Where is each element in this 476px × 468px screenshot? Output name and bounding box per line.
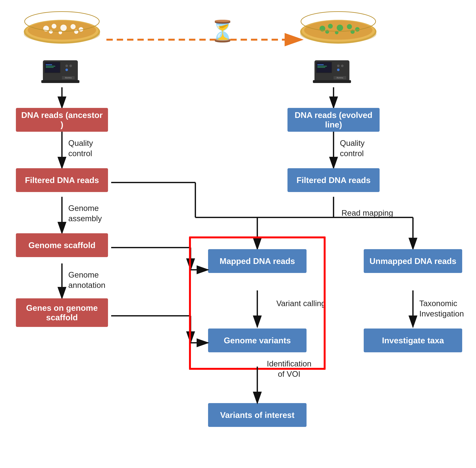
box-genome-variants: Genome variants — [208, 328, 307, 352]
svg-rect-67 — [317, 67, 325, 68]
box-filtered-ancestor: Filtered DNA reads — [16, 168, 108, 192]
petri-evolved — [297, 10, 380, 44]
svg-point-57 — [69, 65, 72, 67]
box-investigate-taxa: Investigate taxa — [364, 328, 462, 352]
svg-point-56 — [65, 65, 68, 67]
svg-rect-61 — [41, 80, 79, 83]
sequencer-left: Illumina — [40, 56, 84, 85]
box-variants-of-interest: Variants of interest — [208, 403, 307, 427]
svg-rect-55 — [46, 67, 54, 68]
label-quality-control-right: Quality control — [340, 138, 365, 159]
svg-rect-65 — [317, 64, 324, 65]
svg-point-70 — [337, 69, 339, 71]
svg-point-30 — [60, 25, 67, 31]
svg-point-29 — [52, 24, 56, 29]
diagram-container: ⏳ Illumina — [0, 0, 476, 468]
svg-point-68 — [337, 65, 339, 67]
label-genome-annotation: Genome annotation — [68, 270, 106, 291]
svg-point-33 — [49, 30, 53, 34]
svg-point-31 — [71, 24, 76, 29]
svg-rect-66 — [317, 66, 327, 67]
box-dna-evolved: DNA reads (evolved line) — [288, 108, 380, 132]
svg-point-43 — [337, 25, 343, 31]
svg-rect-73 — [313, 80, 351, 83]
svg-rect-54 — [46, 66, 55, 67]
label-variant-calling: Variant calling — [276, 298, 326, 309]
label-identification-voi: Identification of VOI — [267, 359, 311, 379]
svg-point-58 — [65, 69, 68, 71]
svg-point-46 — [325, 30, 329, 34]
box-genome-scaffold: Genome scaffold — [16, 233, 108, 257]
hourglass-icon: ⏳ — [210, 21, 235, 46]
svg-point-44 — [347, 24, 352, 29]
box-mapped-reads: Mapped DNA reads — [208, 249, 307, 273]
svg-rect-53 — [46, 64, 52, 65]
petri-ancestor — [21, 10, 103, 44]
box-genes-on-scaffold: Genes on genome scaffold — [16, 298, 108, 327]
svg-point-42 — [328, 24, 333, 29]
label-read-mapping: Read mapping — [341, 208, 393, 218]
box-dna-ancestor: DNA reads (ancestor ) — [16, 108, 108, 132]
label-genome-assembly: Genome assembly — [68, 203, 102, 224]
svg-text:Illumina: Illumina — [65, 77, 72, 79]
svg-text:Illumina: Illumina — [337, 77, 343, 79]
label-quality-control-left: Quality control — [68, 138, 93, 159]
box-unmapped-reads: Unmapped DNA reads — [364, 249, 462, 273]
sequencer-right: Illumina — [311, 56, 356, 85]
box-filtered-evolved: Filtered DNA reads — [288, 168, 380, 192]
svg-point-69 — [341, 65, 344, 67]
label-taxonomic-investigation: Taxonomic Investigation — [419, 298, 464, 319]
